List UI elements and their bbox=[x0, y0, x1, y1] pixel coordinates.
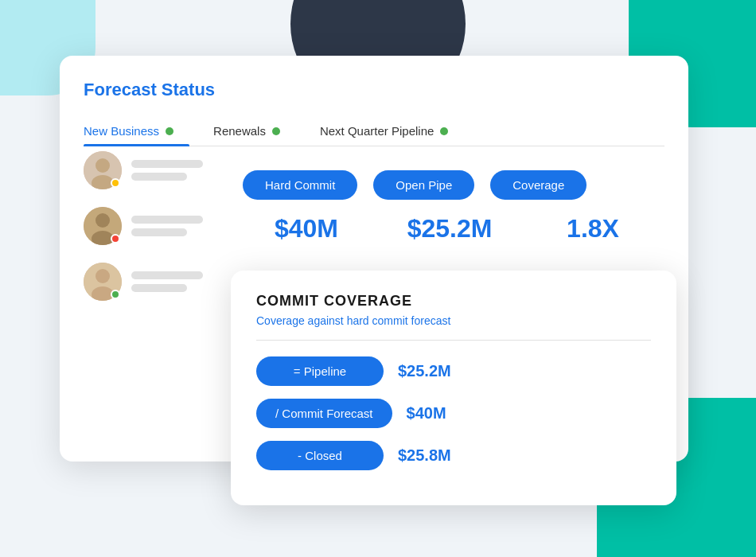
coverage-value: 1.8X bbox=[529, 214, 657, 243]
tab-new-business-dot bbox=[166, 127, 173, 135]
tab-renewals-label: Renewals bbox=[213, 124, 266, 138]
avatar-wrap-2 bbox=[84, 207, 122, 245]
svg-point-7 bbox=[95, 269, 110, 283]
svg-point-1 bbox=[95, 158, 110, 173]
pipeline-amount: $25.2M bbox=[398, 362, 451, 380]
hard-commit-value: $40M bbox=[243, 214, 370, 243]
tab-next-quarter-dot bbox=[440, 127, 448, 135]
tab-next-quarter[interactable]: Next Quarter Pipeline bbox=[320, 116, 464, 146]
people-list bbox=[84, 151, 203, 301]
metrics-values-row: $40M $25.2M 1.8X bbox=[243, 214, 664, 243]
avatar-wrap-1 bbox=[84, 151, 122, 189]
person-bar-1 bbox=[131, 160, 203, 181]
status-dot-1 bbox=[111, 178, 120, 188]
tabs-row: New Business Renewals Next Quarter Pipel… bbox=[84, 116, 664, 146]
commit-forecast-button[interactable]: / Commit Forecast bbox=[256, 399, 392, 428]
coverage-row-commit: / Commit Forecast $40M bbox=[256, 399, 651, 428]
avatar-wrap-3 bbox=[84, 263, 122, 301]
coverage-row-closed: - Closed $25.8M bbox=[256, 441, 651, 470]
tab-next-quarter-label: Next Quarter Pipeline bbox=[320, 124, 434, 138]
pipeline-button[interactable]: = Pipeline bbox=[256, 356, 384, 386]
forecast-status-title: Forecast Status bbox=[84, 80, 664, 100]
coverage-row-pipeline: = Pipeline $25.2M bbox=[256, 356, 651, 386]
person-bar-2 bbox=[131, 216, 203, 236]
status-dot-2 bbox=[111, 234, 120, 243]
open-pipe-value: $25.2M bbox=[386, 214, 513, 243]
closed-button[interactable]: - Closed bbox=[256, 441, 384, 470]
person-bar-3 bbox=[131, 271, 203, 292]
commit-forecast-amount: $40M bbox=[407, 404, 446, 423]
metrics-buttons-row: Hard Commit Open Pipe Coverage bbox=[243, 170, 664, 200]
open-pipe-button[interactable]: Open Pipe bbox=[373, 170, 474, 200]
tab-renewals[interactable]: Renewals bbox=[213, 116, 296, 146]
commit-coverage-card: COMMIT COVERAGE Coverage against hard co… bbox=[231, 271, 676, 505]
tab-new-business[interactable]: New Business bbox=[84, 116, 189, 146]
tab-renewals-dot bbox=[272, 127, 280, 135]
closed-amount: $25.8M bbox=[398, 446, 451, 465]
coverage-card-title: COMMIT COVERAGE bbox=[256, 293, 651, 310]
status-dot-3 bbox=[111, 290, 120, 299]
hard-commit-button[interactable]: Hard Commit bbox=[243, 170, 357, 200]
tab-new-business-label: New Business bbox=[84, 124, 159, 138]
list-item bbox=[84, 263, 203, 301]
coverage-button[interactable]: Coverage bbox=[490, 170, 586, 200]
list-item bbox=[84, 151, 203, 189]
list-item bbox=[84, 207, 203, 245]
coverage-card-subtitle: Coverage against hard commit forecast bbox=[256, 314, 651, 327]
coverage-divider bbox=[256, 340, 651, 341]
svg-point-4 bbox=[95, 213, 110, 228]
